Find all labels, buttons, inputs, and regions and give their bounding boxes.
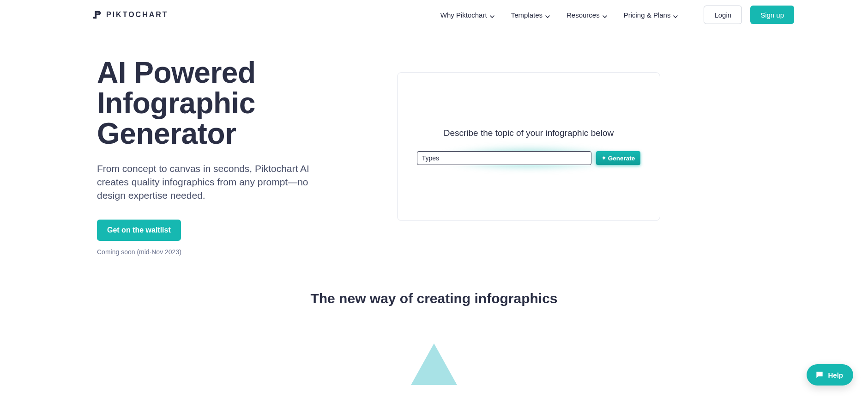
generator-panel: Describe the topic of your infographic b… (397, 72, 660, 221)
nav-label: Why Piktochart (440, 11, 487, 19)
brand[interactable]: PIKTOCHART (92, 10, 169, 20)
site-header: PIKTOCHART Why Piktochart Templates Reso (0, 0, 868, 30)
hero-demo: Describe the topic of your infographic b… (397, 72, 660, 221)
topic-input[interactable] (417, 151, 591, 165)
nav-label: Resources (567, 11, 600, 19)
chat-icon (815, 370, 824, 380)
hero-copy: AI Powered Infographic Generator From co… (97, 57, 356, 256)
svg-rect-0 (93, 17, 96, 19)
hero-title: AI Powered Infographic Generator (97, 57, 356, 149)
generate-button-label: Generate (608, 155, 635, 162)
generate-button[interactable]: ✦ Generate (596, 151, 641, 165)
generator-row: ✦ Generate (417, 151, 641, 165)
svg-marker-1 (411, 343, 457, 385)
section-title: The new way of creating infographics (0, 291, 868, 306)
help-fab[interactable]: Help (807, 364, 853, 385)
waitlist-button[interactable]: Get on the waitlist (97, 220, 181, 241)
triangle-decoration (411, 343, 457, 385)
auth-actions: Login Sign up (704, 6, 794, 24)
chevron-down-icon (673, 12, 678, 17)
main-nav: Why Piktochart Templates Resources (440, 11, 678, 19)
login-button[interactable]: Login (704, 6, 742, 24)
nav-resources[interactable]: Resources (567, 11, 607, 19)
section-new-way: The new way of creating infographics (0, 291, 868, 385)
brand-name: PIKTOCHART (106, 11, 169, 19)
hero-title-line: AI Powered (97, 56, 256, 89)
signup-button[interactable]: Sign up (750, 6, 794, 24)
nav-pricing[interactable]: Pricing & Plans (624, 11, 678, 19)
nav-label: Templates (511, 11, 542, 19)
hero-title-line: Infographic (97, 86, 255, 120)
help-label: Help (828, 371, 843, 379)
hero-title-line: Generator (97, 117, 236, 150)
chevron-down-icon (603, 12, 607, 17)
nav-label: Pricing & Plans (624, 11, 671, 19)
chevron-down-icon (545, 12, 550, 17)
sparkle-icon: ✦ (602, 155, 606, 161)
nav-templates[interactable]: Templates (511, 11, 550, 19)
generator-prompt-title: Describe the topic of your infographic b… (444, 128, 614, 138)
nav-why-piktochart[interactable]: Why Piktochart (440, 11, 494, 19)
brand-logo-icon (92, 10, 102, 20)
chevron-down-icon (490, 12, 494, 17)
coming-soon-note: Coming soon (mid-Nov 2023) (97, 248, 356, 256)
hero-section: AI Powered Infographic Generator From co… (0, 30, 868, 256)
hero-subtitle: From concept to canvas in seconds, Pikto… (97, 162, 323, 202)
